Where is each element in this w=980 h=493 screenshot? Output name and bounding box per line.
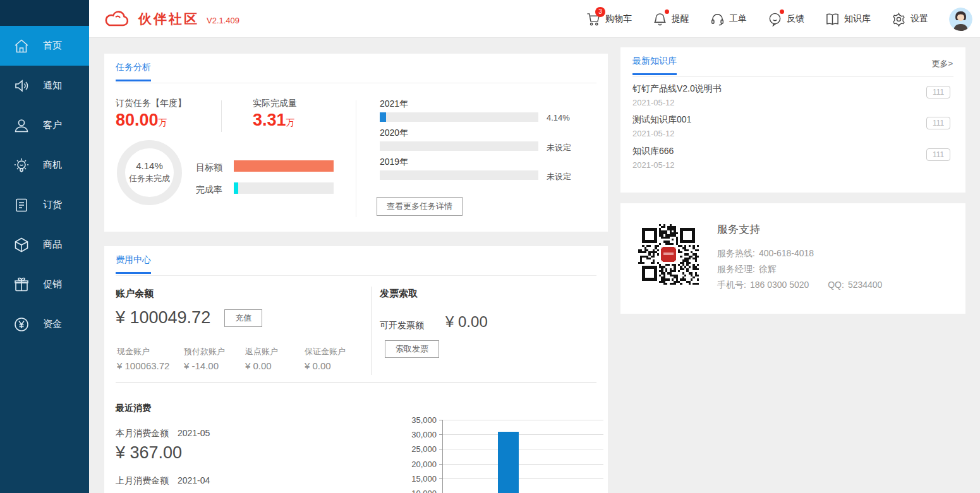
divider	[356, 100, 356, 217]
book-icon	[825, 12, 840, 27]
gridline: 15,000	[443, 478, 603, 479]
qq-value: 5234400	[848, 280, 883, 290]
knowledge-base-label: 知识库	[844, 13, 871, 25]
year-2021-value: 4.14%	[547, 113, 570, 122]
tab-fee-center[interactable]: 费用中心	[116, 254, 151, 274]
home-icon	[13, 38, 30, 54]
prepay-account: 预付款账户 ¥ -14.00	[184, 346, 225, 371]
last-month-date: 2021-04	[178, 475, 210, 485]
service-hotline-line: 服务热线:400-618-4018	[717, 248, 814, 259]
actual-unit: 万	[286, 117, 295, 128]
bulb-icon	[13, 157, 30, 174]
knowledge-item-title[interactable]: 测试知识库001	[632, 114, 691, 126]
view-more-tasks-button[interactable]: 查看更多任务详情	[377, 197, 463, 216]
gridline: 25,000	[443, 449, 603, 449]
divider	[116, 382, 596, 383]
knowledge-item-title[interactable]: 钉钉产品线V2.0说明书	[632, 83, 722, 95]
gear-icon	[892, 12, 906, 27]
last-month-row: 上月消费金额 2021-04	[116, 475, 210, 487]
deposit-account-value: ¥ 0.00	[305, 360, 346, 371]
prepay-account-label: 预付款账户	[184, 346, 225, 357]
cash-account-label: 现金账户	[117, 346, 169, 357]
request-invoice-button[interactable]: 索取发票	[385, 340, 439, 358]
cash-account-value: ¥ 100063.72	[117, 360, 169, 371]
invoice-value: ¥ 0.00	[445, 313, 488, 331]
knowledge-base-button[interactable]: 知识库	[825, 12, 871, 27]
feedback-button[interactable]: 反馈	[768, 12, 804, 27]
sidebar-item-funds[interactable]: 资金	[0, 304, 89, 344]
manager-label: 服务经理:	[717, 264, 755, 274]
tab-task-analysis[interactable]: 任务分析	[116, 62, 151, 81]
consumption-bar-chart: 35,000 30,000 25,000 20,000 15,000 10,00…	[442, 420, 603, 493]
qq-label: QQ:	[828, 280, 844, 290]
divider	[632, 76, 953, 77]
donut-percent: 4.14%	[125, 160, 174, 171]
divider	[116, 275, 596, 276]
sidebar: 首页 通知 客户 商机 订货 商品 促销 资金	[0, 0, 89, 493]
this-month-value: ¥ 367.00	[116, 443, 182, 463]
service-support-card: 服务支持 服务热线:400-618-4018 服务经理:徐辉 手机号:186 0…	[620, 203, 965, 314]
settings-button[interactable]: 设置	[892, 12, 928, 27]
y-tick: 25,000	[401, 444, 437, 454]
sidebar-item-notice[interactable]: 通知	[0, 66, 89, 105]
year-2021-bar	[380, 112, 538, 122]
divider	[221, 100, 222, 132]
rebate-account-label: 返点账户	[245, 346, 278, 357]
phone-value: 186 0300 5020	[750, 280, 809, 290]
recent-consumption-title: 最近消费	[116, 403, 151, 414]
donut-caption: 任务未完成	[125, 173, 174, 184]
year-2020-value: 未设定	[547, 142, 571, 153]
fee-center-card: 费用中心 账户余额 ¥ 100049.72 充值 现金账户 ¥ 100063.7…	[104, 246, 608, 493]
this-month-label: 本月消费金额	[116, 428, 169, 438]
headset-icon	[710, 12, 725, 27]
service-support-title: 服务支持	[717, 222, 760, 237]
sidebar-item-promotion[interactable]: 促销	[0, 264, 89, 304]
cube-icon	[13, 237, 30, 253]
tab-latest-knowledge[interactable]: 最新知识库	[632, 56, 677, 75]
service-phone-line: 手机号:186 0300 5020 QQ:5234400	[717, 280, 882, 291]
workorder-button[interactable]: 工单	[710, 12, 747, 27]
y-tick: 10,000	[401, 489, 437, 493]
sidebar-item-home[interactable]: 首页	[0, 26, 89, 66]
sidebar-item-order[interactable]: 订货	[0, 185, 89, 225]
this-month-row: 本月消费金额 2021-05	[116, 428, 210, 439]
year-2021-label: 2021年	[380, 98, 408, 110]
main-content: 任务分析 订货任务【年度】 80.00万 实际完成量 3.31万 4.14% 任…	[89, 38, 980, 493]
sidebar-item-product[interactable]: 商品	[0, 225, 89, 264]
cart-badge: 3	[595, 7, 605, 17]
target-bar-label: 目标额	[196, 162, 222, 174]
invoice-label: 可开发票额	[380, 320, 424, 331]
knowledge-item-date: 2021-05-12	[632, 160, 675, 170]
reminder-button[interactable]: 提醒	[653, 12, 689, 27]
user-avatar[interactable]	[949, 8, 972, 31]
more-knowledge-link[interactable]: 更多>	[931, 58, 953, 69]
knowledge-item-title[interactable]: 知识库666	[632, 146, 674, 157]
balance-title: 账户余额	[116, 288, 154, 300]
knowledge-item-date: 2021-05-12	[632, 98, 675, 107]
prepay-account-value: ¥ -14.00	[184, 360, 225, 371]
sidebar-item-label: 商机	[43, 159, 62, 171]
sidebar-item-customer[interactable]: 客户	[0, 105, 89, 145]
cart-button[interactable]: 3 购物车	[586, 12, 632, 27]
bell-icon	[653, 12, 667, 27]
order-task-value: 80.00万	[116, 110, 167, 130]
header: 伙伴社区 V2.1.409 3 购物车 提醒 工单 反馈 知识库 设置	[89, 0, 980, 38]
settings-label: 设置	[910, 13, 928, 25]
year-2019-value: 未设定	[547, 171, 571, 182]
sidebar-item-opportunity[interactable]: 商机	[0, 145, 89, 185]
divider	[372, 287, 372, 375]
recharge-button[interactable]: 充值	[224, 309, 262, 327]
rebate-account: 返点账户 ¥ 0.00	[245, 346, 278, 371]
balance-row: ¥ 100049.72 充值	[116, 308, 262, 328]
completion-bar-track	[234, 182, 334, 194]
sidebar-top-block	[0, 0, 89, 26]
cash-account: 现金账户 ¥ 100063.72	[117, 346, 169, 371]
gridline: 20,000	[443, 464, 603, 465]
target-bar	[234, 160, 334, 172]
manager-value: 徐辉	[759, 264, 777, 274]
knowledge-base-card: 最新知识库 更多> 钉钉产品线V2.0说明书 2021-05-12 111 测试…	[620, 47, 965, 193]
completion-bar-label: 完成率	[196, 184, 222, 196]
app-title: 伙伴社区	[138, 10, 199, 28]
order-task-label: 订货任务【年度】	[116, 98, 186, 109]
hotline-value: 400-618-4018	[759, 248, 814, 258]
